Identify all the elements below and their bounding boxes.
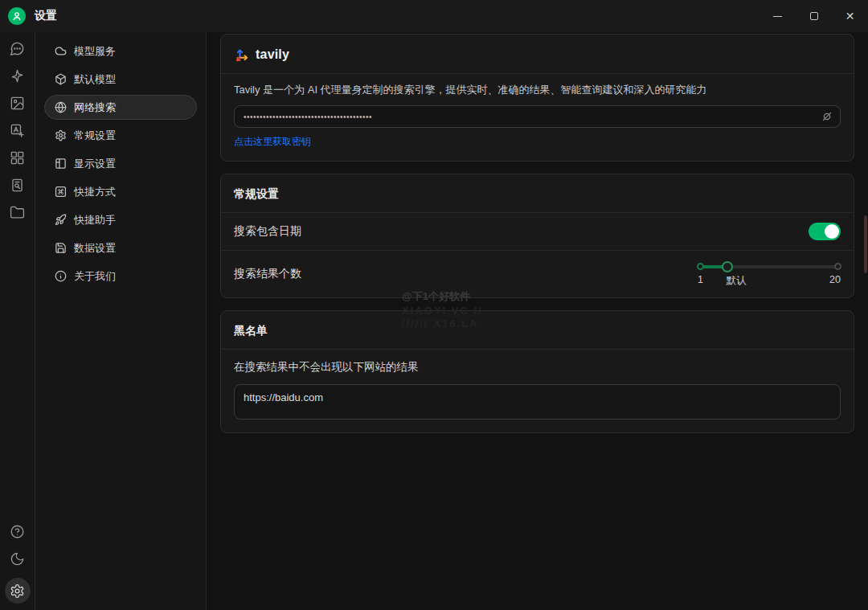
tavily-logo-icon	[234, 47, 250, 63]
slider-thumb[interactable]	[722, 261, 733, 272]
info-icon	[55, 270, 67, 282]
image-paintings-icon[interactable]	[6, 92, 29, 114]
rail-bottom-group	[5, 520, 31, 610]
result-count-slider: 1 默认 20	[698, 260, 841, 288]
close-button[interactable]: ✕	[832, 0, 868, 32]
command-key-icon	[55, 186, 67, 198]
sidebar-item-web-search[interactable]: 网络搜索	[44, 95, 197, 120]
app-avatar[interactable]	[8, 7, 26, 25]
slider-max-label: 20	[829, 274, 841, 285]
result-count-row: 搜索结果个数 1 默认 20	[234, 251, 841, 297]
sidebar-item-label: 数据设置	[74, 241, 116, 256]
folder-files-icon[interactable]	[6, 201, 29, 223]
close-icon: ✕	[845, 10, 855, 22]
toggle-key-visibility-button[interactable]	[821, 109, 835, 124]
settings-sidebar: 模型服务 默认模型 网络搜索 常规设置 显示设置 快捷方式 快捷助手 数据设置	[35, 32, 207, 610]
slider-min-label: 1	[698, 274, 703, 285]
titlebar: 设置 ✕	[0, 0, 868, 32]
general-settings-title: 常规设置	[234, 174, 841, 212]
sidebar-item-display-settings[interactable]: 显示设置	[44, 151, 197, 176]
panel-layout-icon	[55, 158, 67, 170]
nav-rail	[0, 32, 35, 610]
dark-mode-moon-icon[interactable]	[6, 547, 29, 570]
sidebar-item-label: 快捷方式	[74, 185, 116, 199]
eye-off-icon	[821, 110, 833, 123]
rocket-icon	[55, 214, 67, 226]
window-title: 设置	[35, 9, 57, 23]
sidebar-item-label: 关于我们	[74, 269, 116, 284]
search-date-toggle[interactable]	[809, 223, 841, 240]
sidebar-item-about-us[interactable]: 关于我们	[44, 264, 197, 289]
sparkle-agents-icon[interactable]	[6, 64, 29, 87]
api-key-row	[234, 105, 841, 128]
globe-icon	[55, 101, 67, 113]
settings-rail-icon[interactable]	[5, 578, 31, 604]
maximize-icon	[810, 12, 818, 20]
search-date-row: 搜索包含日期	[234, 213, 841, 250]
cloud-icon	[55, 45, 67, 57]
minimize-icon	[773, 16, 782, 17]
slider-labels: 1 默认 20	[698, 274, 841, 288]
save-disk-icon	[55, 242, 67, 254]
sidebar-item-label: 常规设置	[74, 129, 116, 143]
user-icon	[11, 10, 23, 22]
maximize-button[interactable]	[796, 0, 832, 32]
toggle-knob	[825, 224, 839, 239]
app-body: 模型服务 默认模型 网络搜索 常规设置 显示设置 快捷方式 快捷助手 数据设置	[0, 32, 868, 610]
slider-track[interactable]	[698, 265, 841, 268]
blacklist-title: 黑名单	[234, 311, 841, 349]
result-count-label: 搜索结果个数	[234, 267, 301, 281]
help-icon[interactable]	[6, 520, 29, 542]
sidebar-item-data-settings[interactable]: 数据设置	[44, 235, 197, 260]
minimize-button[interactable]	[760, 0, 796, 32]
sidebar-item-label: 模型服务	[74, 44, 116, 59]
chat-icon[interactable]	[6, 37, 29, 59]
search-date-label: 搜索包含日期	[234, 224, 301, 239]
sidebar-item-label: 快捷助手	[74, 213, 116, 227]
window-controls: ✕	[760, 0, 868, 32]
translate-icon[interactable]	[6, 119, 29, 141]
sidebar-item-shortcuts[interactable]: 快捷方式	[44, 179, 197, 204]
tavily-header: tavily	[234, 35, 841, 73]
sidebar-item-label: 显示设置	[74, 157, 116, 171]
sidebar-item-label: 网络搜索	[74, 100, 116, 115]
gear-icon	[55, 129, 67, 141]
mini-apps-grid-icon[interactable]	[6, 146, 29, 169]
knowledge-search-icon[interactable]	[6, 174, 29, 196]
slider-current-label: 默认	[726, 274, 746, 288]
general-settings-card: 常规设置 搜索包含日期 搜索结果个数 1 默	[220, 174, 854, 298]
get-api-key-link[interactable]: 点击这里获取密钥	[234, 135, 311, 149]
slider-max-dot	[834, 263, 841, 270]
sidebar-item-general-settings[interactable]: 常规设置	[44, 123, 197, 148]
scrollbar-thumb[interactable]	[864, 215, 867, 273]
blacklist-description: 在搜索结果中不会出现以下网站的结果	[234, 350, 841, 375]
api-key-input[interactable]	[234, 105, 841, 128]
blacklist-textarea[interactable]: https://baidu.com	[234, 384, 841, 420]
slider-min-dot	[697, 263, 704, 270]
blacklist-card: 黑名单 在搜索结果中不会出现以下网站的结果 https://baidu.com	[220, 310, 854, 433]
cube-icon	[55, 73, 67, 85]
sidebar-item-default-model[interactable]: 默认模型	[44, 67, 197, 92]
tavily-card: tavily Tavily 是一个为 AI 代理量身定制的搜索引擎，提供实时、准…	[220, 34, 854, 162]
sidebar-item-label: 默认模型	[74, 72, 116, 87]
settings-content: tavily Tavily 是一个为 AI 代理量身定制的搜索引擎，提供实时、准…	[207, 32, 868, 610]
tavily-brand: tavily	[256, 47, 289, 62]
sidebar-item-quick-assistant[interactable]: 快捷助手	[44, 207, 197, 232]
tavily-description: Tavily 是一个为 AI 代理量身定制的搜索引擎，提供实时、准确的结果、智能…	[234, 74, 841, 97]
sidebar-item-model-services[interactable]: 模型服务	[44, 39, 197, 63]
